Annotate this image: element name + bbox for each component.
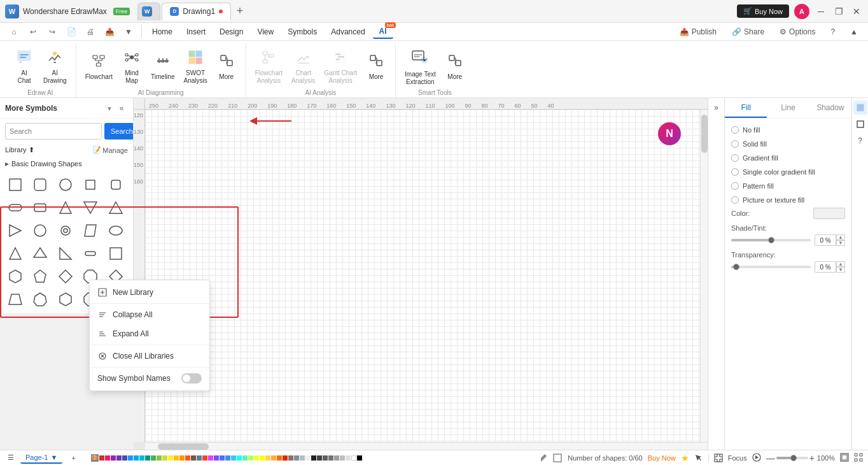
transparency-down[interactable]: ▼ [836,267,845,273]
minimize-button[interactable]: ─ [815,5,827,18]
tab-shadow[interactable]: Shadow [809,98,851,118]
shape-triangle-3[interactable] [106,197,126,218]
share-button[interactable]: 🔗 Share [727,25,769,38]
collapse-all-item[interactable]: Collapse All [90,305,209,324]
expand-right-button[interactable]: » [710,101,724,115]
shape-small-square[interactable] [80,175,101,195]
shape-diamond[interactable] [55,266,76,287]
shape-triangle-right2[interactable] [55,243,76,264]
user-avatar[interactable]: A [794,4,809,19]
shade-tint-track[interactable] [731,239,811,241]
search-button[interactable]: Search [104,123,134,140]
menu-view[interactable]: View [251,25,280,38]
palette-red3[interactable] [283,455,288,461]
more-smart-button[interactable]: More [441,48,469,86]
frame-button[interactable] [853,117,867,131]
menu-design[interactable]: Design [213,25,249,38]
buy-now-button[interactable]: 🛒 Buy Now [737,4,789,18]
new-tab-button[interactable]: + [232,4,248,19]
menu-advanced[interactable]: Advanced [325,25,371,38]
palette-black[interactable] [357,455,362,461]
palette-cyan2[interactable] [231,455,236,461]
close-all-libraries-item[interactable]: Close All Libraries [90,347,209,366]
canvas-grid[interactable]: N [145,110,700,442]
tab-drawing1[interactable]: D Drawing1 [162,3,231,20]
shape-hexagon2[interactable] [55,289,76,310]
add-page-button[interactable]: + [66,453,80,463]
palette-blue-grey[interactable] [197,455,202,461]
palette-cyan[interactable] [139,455,144,461]
palette-green2[interactable] [242,455,248,461]
swot-button[interactable]: SWOTAnalysis [179,48,211,86]
maximize-button[interactable]: ❐ [832,5,845,18]
palette-dark3[interactable] [323,455,328,461]
shape-pentagon[interactable] [30,266,50,287]
collapse-ribbon-button[interactable]: ▲ [845,25,863,38]
shape-triangle-iso[interactable] [30,243,50,264]
palette-yellow3[interactable] [260,455,265,461]
mindmap-button[interactable]: MindMap [118,48,146,86]
palette-orange3[interactable] [277,455,282,461]
manage-button[interactable]: 📝 Manage [92,146,128,154]
palette-deep-orange[interactable] [185,455,190,461]
zoom-in-button[interactable]: + [809,453,815,463]
fill-option-solid[interactable]: Solid fill [731,139,845,149]
back-button[interactable]: ↩ [24,23,42,41]
play-button[interactable] [752,453,761,463]
palette-purple[interactable] [111,455,116,461]
palette-lime[interactable] [162,455,167,461]
shape-square-5[interactable] [106,243,126,264]
close-button[interactable]: ✕ [850,5,863,18]
palette-lime2[interactable] [248,455,253,461]
fill-option-picture[interactable]: Picture or texture fill [731,195,845,205]
ai-drawing-button[interactable]: AIDrawing [39,48,71,86]
shape-circle-2[interactable] [30,220,50,241]
transparency-thumb[interactable] [733,264,739,270]
palette-light-green[interactable] [157,455,162,461]
stroke-icon[interactable] [552,453,563,463]
buy-now-status[interactable]: Buy Now [648,454,676,462]
menu-insert[interactable]: Insert [180,25,212,38]
fill-option-none[interactable]: No fill [731,125,845,135]
palette-red[interactable] [99,455,104,461]
shape-triangle-right[interactable] [5,220,25,241]
fullscreen-button[interactable] [714,454,723,462]
transparency-up[interactable]: ▲ [836,261,845,267]
shape-parallelogram[interactable] [80,220,101,241]
scrollbar-thumb-v[interactable] [701,115,708,153]
shape-small-rounded[interactable] [106,175,126,195]
palette-green[interactable] [151,455,156,461]
shape-circle[interactable] [55,175,76,195]
radio-solid-fill[interactable] [731,140,739,148]
image-text-extraction-button[interactable]: Image TextExtraction [401,48,440,86]
flowchart-button[interactable]: Flowchart [81,48,116,86]
shade-tint-thumb[interactable] [768,237,774,243]
palette-orange[interactable] [179,455,185,461]
shape-ellipse[interactable] [106,220,126,241]
palette-brown[interactable] [191,455,196,461]
palette-orange2[interactable] [271,455,276,461]
palette-teal[interactable] [145,455,150,461]
zoom-out-button[interactable]: — [766,453,775,463]
new-button[interactable]: 📄 [62,23,80,41]
shade-tint-down[interactable]: ▼ [836,240,845,246]
palette-amber[interactable] [174,455,179,461]
fill-icon[interactable] [540,453,550,463]
timeline-button[interactable]: Timeline [147,48,178,86]
shape-triangle-eq[interactable] [5,243,25,264]
shape-rounded-rect[interactable] [30,175,50,195]
shape-hexagon[interactable] [5,266,25,287]
transparency-track[interactable] [731,266,811,268]
collapse-panel-button[interactable]: « [115,102,128,115]
expand-button[interactable] [854,453,863,463]
shape-trapezoid[interactable] [5,289,25,310]
radio-gradient-fill[interactable] [731,154,739,162]
shape-triangle[interactable] [55,197,76,218]
menu-ai[interactable]: AI hot [373,25,393,39]
new-library-item[interactable]: New Library [90,283,209,302]
shape-heptagon[interactable] [30,289,50,310]
home-button[interactable]: ⌂ [5,23,23,41]
options-button[interactable]: ⚙ Options [774,25,820,38]
sidebar-toggle[interactable]: ☰ [5,452,17,464]
palette-indigo2[interactable] [220,455,225,461]
